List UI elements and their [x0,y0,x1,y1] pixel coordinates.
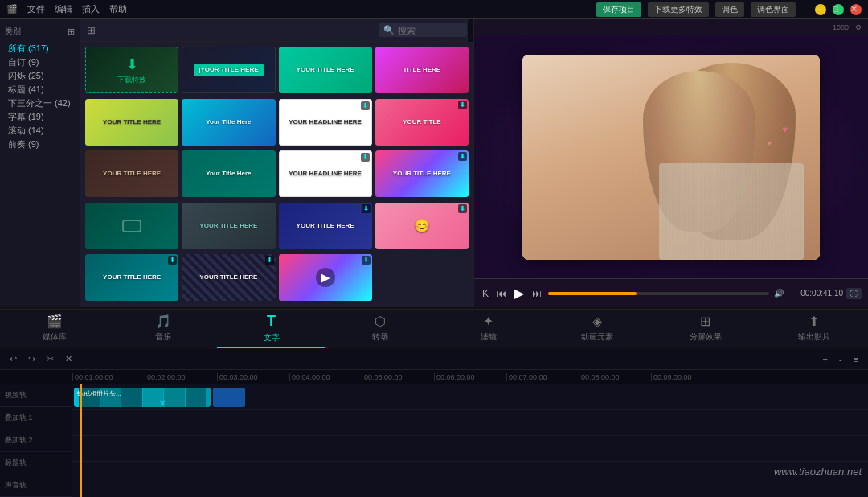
redo-button[interactable]: ↪ [25,352,39,366]
zoom-out-button[interactable]: - [836,353,845,366]
prev-frame-button[interactable]: ⏮ [495,286,508,301]
template-opener-14[interactable]: YOUR TITLE HERE ⬇ Opener 14 [279,203,372,252]
sidebar-item-subtitle[interactable]: 字幕 (19) [5,110,75,124]
template-opener-5[interactable]: Your Title Here Opener 5 [182,99,275,148]
template-label: Opener 3 [375,95,469,96]
fullscreen-button[interactable]: ⛶ [846,288,862,299]
delete-button[interactable]: ✕ [62,352,76,366]
color-interface-button[interactable]: 调色界面 [751,2,796,17]
window-maximize[interactable]: □ [833,4,844,15]
settings-button[interactable]: ≡ [850,353,862,366]
track-content[interactable]: 钻戒相册片头... ✕ [72,384,868,497]
window-minimize[interactable]: ─ [815,4,826,15]
right-controls: 🔊 00:00:41.10 ⛶ [774,288,862,299]
time-display: 00:00:41.10 [787,289,843,298]
progress-bar[interactable] [548,292,769,295]
ruler-mark: 00:06:00.00 [434,373,506,381]
titlebar: 🎬 文件 编辑 插入 帮助 保存项目 下载更多特效 调色 调色界面 ─ □ ✕ [0,0,868,19]
overlay-2-row [72,436,868,462]
template-download-special[interactable]: ⬇ 下载特效 下载特效 [85,47,178,96]
video-track-label: 视频轨 [0,384,72,407]
search-input[interactable] [398,26,462,35]
template-opener-9[interactable]: Your Title Here Opener 9 [182,150,275,199]
template-opener-1[interactable]: |YOUR TITLE HERE Opener 1 [182,47,275,96]
tab-motion[interactable]: ◈ 动画元素 [542,310,651,348]
sidebar-item-all[interactable]: 所有 (317) [5,42,75,55]
tab-export[interactable]: ⬆ 输出影片 [760,310,868,348]
template-label: Opener 10 [279,199,372,199]
tab-audio[interactable]: 🎵 音乐 [108,310,217,348]
sidebar-item-title[interactable]: 标题 (41) [5,83,75,97]
template-opener-12[interactable]: Opener 12 [85,203,178,252]
template-opener-13[interactable]: YOUR TITLE HERE Opener 13 [182,203,275,252]
tab-filter[interactable]: ✦ 滤镜 [434,310,542,348]
tab-transition-label: 转场 [372,331,388,343]
volume-icon[interactable]: 🔊 [774,289,784,298]
tab-text[interactable]: T 文字 [217,310,326,348]
template-extra-3[interactable]: ▶ ⬇ [279,254,372,302]
template-label: 下载特效 [85,95,178,96]
next-frame-button[interactable]: ⏭ [530,286,543,301]
cut-button[interactable]: ✂ [43,352,57,366]
menu-file[interactable]: 文件 [27,3,45,15]
preview-settings-icon[interactable]: ⚙ [855,23,862,31]
template-opener-10[interactable]: YOUR HEADLINE HERE ⬇ Opener 10 [279,150,372,199]
template-opener-11[interactable]: YOUR TITLE HERE ⬇ Opener 11 [375,150,469,199]
video-clip[interactable]: 钻戒相册片头... [74,388,211,407]
text-icon: T [267,313,276,330]
play-button[interactable]: ▶ [513,284,526,302]
template-label: Opener 4 [85,147,178,148]
template-label: Opener 11 [375,199,469,199]
grid-view-icon[interactable]: ⊞ [87,24,96,36]
title-row [72,462,868,487]
sidebar-item-custom[interactable]: 自订 (9) [5,55,75,69]
tab-transition[interactable]: ⬡ 转场 [326,310,434,348]
preview-panel: 1080 ⚙ 我们会永远在一起 ❤ [474,19,868,307]
menu-insert[interactable]: 插入 [82,3,100,15]
titlebar-menu: 🎬 文件 编辑 插入 帮助 [6,3,127,15]
undo-button[interactable]: ↩ [6,352,20,366]
edit-button[interactable]: 调色 [715,2,744,17]
template-label: Opener 14 [279,251,372,252]
template-label: Opener 6 [279,147,372,148]
preview-controls: K ⏮ ▶ ⏭ 🔊 00:00:41.10 ⛶ [474,278,868,307]
template-opener-8[interactable]: YOUR TITLE HERE Opener 8 [85,150,178,199]
template-opener-4[interactable]: YOUR TITLE HERE Opener 4 [85,99,178,148]
sidebar-item-scroll[interactable]: 滚动 (14) [5,124,75,138]
template-extra-1[interactable]: YOUR TITLE HERE ⬇ [85,254,178,302]
window-close[interactable]: ✕ [850,4,862,15]
progress-fill [548,292,637,295]
heart-decoration: ♥ [782,124,788,135]
sidebar-item-intro[interactable]: 前奏 (9) [5,138,75,151]
sidebar-expand-icon[interactable]: ⊞ [68,27,75,37]
template-opener-15[interactable]: 😊 ⬇ Opener 15 [375,203,469,252]
template-label: Opener 7 [375,147,469,148]
template-opener-7[interactable]: YOUR TITLE ⬇ Opener 7 [375,99,469,148]
template-label: Opener 5 [182,147,275,148]
key-frame-button[interactable]: K [481,286,490,301]
timeline-ruler: 00:01:00.00 00:02:00.00 00:03:00.00 00:0… [0,370,868,384]
tab-export-label: 输出影片 [798,331,830,343]
track-label-text: 叠加轨 2 [5,435,33,446]
menu-edit[interactable]: 编辑 [55,3,72,15]
sidebar-item-flash[interactable]: 闪烁 (25) [5,69,75,83]
download-effects-button[interactable]: 下载更多特效 [648,2,709,17]
tab-media[interactable]: 🎬 媒体库 [0,310,108,348]
tab-split[interactable]: ⊞ 分屏效果 [651,310,760,348]
template-opener-6[interactable]: YOUR HEADLINE HERE ⬇ Opener 6 [279,99,372,148]
menu-help[interactable]: 帮助 [109,3,127,15]
save-project-button[interactable]: 保存项目 [596,2,641,17]
template-label: Opener 12 [85,251,178,252]
template-opener-3[interactable]: TITLE HERE Opener 3 [375,47,469,96]
timeline-playhead[interactable] [80,384,82,497]
sidebar-item-lower-third[interactable]: 下三分之一 (42) [5,97,75,110]
template-label: Opener 8 [85,199,178,199]
sidebar-title: 类别 [5,26,21,37]
track-label-text: 叠加轨 1 [5,413,33,423]
template-opener-2[interactable]: YOUR TITLE HERE Opener 2 [279,47,372,96]
template-extra-2[interactable]: YOUR TITLE HERE ⬇ [182,254,275,302]
ruler-mark: 00:01:00.00 [72,373,145,381]
zoom-in-button[interactable]: + [819,353,830,366]
tab-split-label: 分屏效果 [690,331,722,343]
motion-icon: ◈ [592,314,602,329]
